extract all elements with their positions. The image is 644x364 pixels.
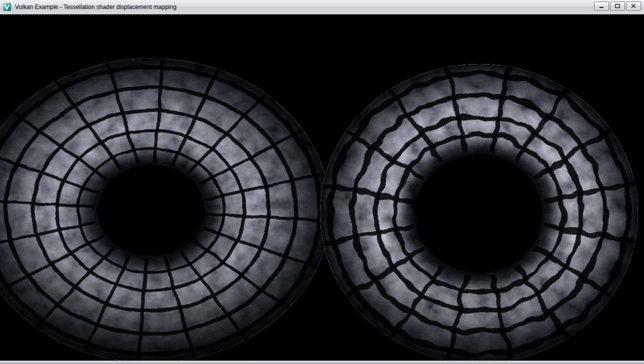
window-titlebar[interactable]: Vulkan Example - Tessellation shader dis… bbox=[0, 0, 644, 14]
minimize-icon bbox=[598, 4, 604, 8]
window-title: Vulkan Example - Tessellation shader dis… bbox=[14, 4, 176, 10]
app-icon[interactable] bbox=[3, 3, 11, 11]
maximize-button[interactable] bbox=[610, 2, 625, 10]
minimize-button[interactable] bbox=[594, 2, 609, 10]
render-viewport[interactable] bbox=[0, 14, 644, 360]
vulkan-v-icon bbox=[3, 3, 11, 11]
maximize-icon bbox=[614, 4, 620, 8]
window-controls bbox=[594, 2, 641, 10]
scene-svg bbox=[0, 14, 644, 360]
close-icon bbox=[630, 4, 636, 8]
window-resize-edge-bottom[interactable] bbox=[0, 360, 644, 364]
app-window: Vulkan Example - Tessellation shader dis… bbox=[0, 0, 644, 364]
torus-right bbox=[320, 64, 638, 360]
close-button[interactable] bbox=[626, 2, 641, 10]
